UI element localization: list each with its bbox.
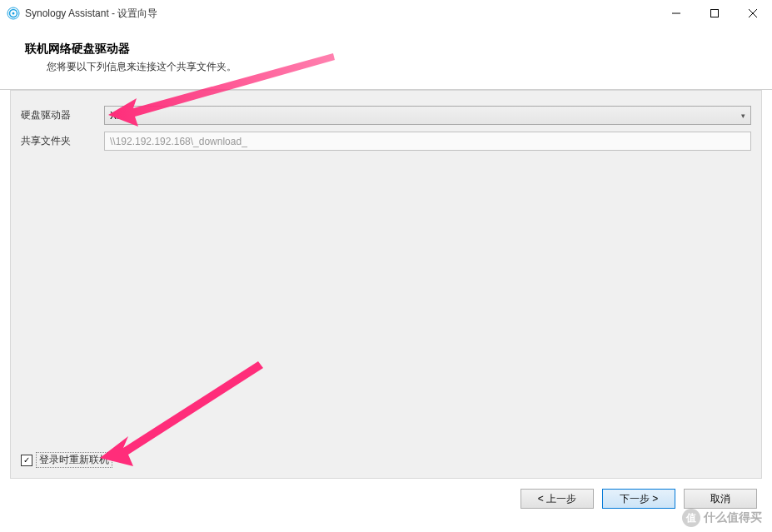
drive-select-value: X: bbox=[110, 110, 119, 122]
content-panel: 硬盘驱动器 X: ▾ 共享文件夹 \\192.192.192.168\_down… bbox=[10, 90, 762, 479]
next-button[interactable]: 下一步 > bbox=[602, 489, 675, 509]
page-title: 联机网络硬盘驱动器 bbox=[25, 42, 747, 57]
watermark: 值 什么值得买 bbox=[682, 509, 762, 527]
wizard-header: 联机网络硬盘驱动器 您将要以下列信息来连接这个共享文件夹。 bbox=[0, 27, 772, 82]
svg-rect-4 bbox=[711, 10, 719, 17]
drive-label: 硬盘驱动器 bbox=[21, 108, 104, 122]
check-icon: ✓ bbox=[23, 455, 30, 465]
folder-input: \\192.192.192.168\_download_ bbox=[104, 132, 751, 151]
window-titlebar: Synology Assistant - 设置向导 bbox=[0, 0, 772, 27]
reconnect-label[interactable]: 登录时重新联机 bbox=[36, 452, 112, 468]
window-title: Synology Assistant - 设置向导 bbox=[25, 7, 657, 21]
chevron-down-icon: ▾ bbox=[741, 112, 745, 120]
folder-label: 共享文件夹 bbox=[21, 134, 104, 148]
app-icon bbox=[7, 7, 20, 20]
drive-row: 硬盘驱动器 X: ▾ bbox=[21, 106, 751, 125]
maximize-button[interactable] bbox=[695, 0, 734, 27]
reconnect-row: ✓ 登录时重新联机 bbox=[21, 452, 112, 468]
reconnect-checkbox[interactable]: ✓ bbox=[21, 455, 32, 466]
folder-value: \\192.192.192.168\_download_ bbox=[110, 136, 247, 147]
watermark-text: 什么值得买 bbox=[704, 510, 762, 525]
back-button[interactable]: < 上一步 bbox=[520, 489, 594, 509]
close-button[interactable] bbox=[734, 0, 772, 27]
drive-select[interactable]: X: ▾ bbox=[104, 106, 751, 125]
watermark-icon: 值 bbox=[682, 509, 700, 527]
folder-row: 共享文件夹 \\192.192.192.168\_download_ bbox=[21, 132, 751, 151]
minimize-button[interactable] bbox=[657, 0, 695, 27]
button-bar: < 上一步 下一步 > 取消 bbox=[0, 479, 772, 519]
cancel-button[interactable]: 取消 bbox=[684, 489, 757, 509]
svg-point-2 bbox=[12, 12, 15, 15]
window-controls bbox=[657, 0, 772, 27]
page-subtitle: 您将要以下列信息来连接这个共享文件夹。 bbox=[47, 60, 747, 74]
